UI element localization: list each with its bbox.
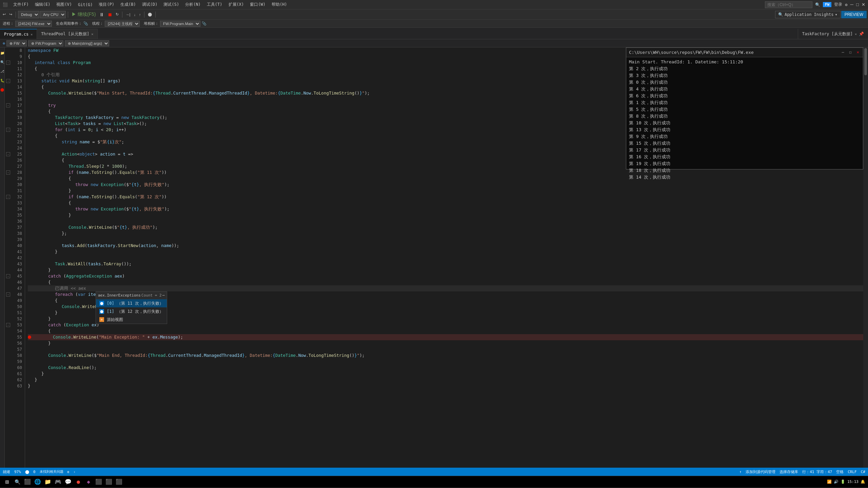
method-selector[interactable]: ⊕ Main(string[] args) — [65, 40, 109, 46]
code-area[interactable]: namespace FW { internal class Program { — [25, 47, 863, 468]
taskbar-app3-btn[interactable]: ⬛ — [115, 477, 123, 486]
menu-tools[interactable]: 工具(T) — [204, 1, 225, 8]
settings-icon[interactable]: ⚙ — [845, 2, 847, 7]
fold-13[interactable]: - — [6, 79, 10, 83]
editor-container: 📁 🔍 ⎇ 🐛 ⬤ - - — [0, 47, 868, 468]
console-minimize-btn[interactable]: ─ — [841, 50, 845, 55]
taskbar-taskview-btn[interactable]: ⬛ — [23, 477, 32, 486]
maximize-btn[interactable]: □ — [856, 2, 859, 7]
menu-help[interactable]: 帮助(H) — [269, 1, 290, 8]
taskbar-app1-btn[interactable]: ⬛ — [94, 477, 103, 486]
console-line-12: 第 15 次，执行成功 — [629, 140, 860, 147]
code-line-38: }; — [28, 230, 863, 237]
editor-scrollbar[interactable] — [863, 47, 868, 468]
frame-dropdown[interactable]: FW.Program.Main — [160, 21, 200, 27]
nav-icon-3: ⎇ — [0, 69, 4, 73]
taskbar-wechat-btn[interactable]: 💬 — [64, 477, 73, 486]
tab-threadpool[interactable]: ThreadPool [从元数据] ✕ — [37, 29, 98, 39]
taskbar: ⊞ 🔍 ⬛ 🌐 📁 🎮 💬 ● ◆ ⬛ ⬛ ⬛ 📶 🔊 🔋 15:13 🔔 — [0, 476, 868, 487]
class-selector[interactable]: ⊕ FW.Program — [28, 40, 63, 46]
tab-threadpool-close[interactable]: ✕ — [91, 32, 93, 36]
step-into-btn[interactable]: ↓ — [132, 11, 137, 19]
stop-btn[interactable]: ⏹ — [106, 11, 114, 19]
is-icon-0: ⬤ — [99, 301, 104, 306]
sep4 — [144, 12, 144, 18]
code-line-56: } — [28, 340, 863, 346]
fold-45[interactable]: - — [6, 274, 10, 278]
taskbar-search-btn[interactable]: 🔍 — [13, 477, 22, 486]
application-insights-btn[interactable]: 🔍 Application Insights ▾ — [775, 11, 841, 18]
minimize-btn[interactable]: ─ — [850, 2, 853, 7]
tab-taskfactory-pin[interactable]: 📌 — [859, 32, 864, 36]
tab-taskfactory-close[interactable]: ✕ — [855, 32, 857, 36]
fold-28[interactable]: - — [6, 170, 10, 175]
menu-test[interactable]: 测试(S) — [161, 1, 182, 8]
close-btn[interactable]: ✕ — [862, 2, 865, 7]
menu-git[interactable]: Git(G) — [75, 2, 95, 8]
undo-btn[interactable]: ↩ — [1, 11, 7, 19]
code-line-47: 已调用 << aex aex.InnerExceptions Count = 2… — [28, 285, 863, 291]
taskbar-start-btn[interactable]: ⊞ — [3, 477, 12, 486]
menu-extensions[interactable]: 扩展(X) — [226, 1, 247, 8]
taskbar-chrome-btn[interactable]: ● — [74, 477, 83, 486]
console-line-0: Main Start. ThreadId: 1. Datetime: 15:11… — [629, 59, 860, 65]
editor-left-icon: ⊕ — [3, 41, 5, 46]
taskbar-explorer-btn[interactable]: 📁 — [43, 477, 52, 486]
step-out-btn[interactable]: ↑ — [138, 11, 142, 19]
fold-17[interactable]: - — [6, 103, 10, 107]
console-line-17: 第 14 次，执行成功 — [629, 174, 860, 181]
tab-program-cs[interactable]: Program.cs ✕ — [0, 29, 37, 39]
is-value-1: （第 12 次，执行失败） — [117, 308, 163, 314]
taskbar-notification-icon[interactable]: 🔔 — [861, 480, 865, 484]
step-over-btn[interactable]: →| — [124, 11, 132, 19]
console-maximize-btn[interactable]: □ — [848, 50, 853, 55]
intellisense-collapse[interactable]: ─ — [162, 292, 165, 299]
menu-build[interactable]: 生成(B) — [118, 1, 139, 8]
taskbar-steam-btn[interactable]: 🎮 — [54, 477, 62, 486]
menu-file[interactable]: 文件(F) — [11, 1, 32, 8]
fold-48[interactable]: - — [6, 292, 10, 297]
breakpoint-btn[interactable]: ⬤ — [146, 11, 153, 19]
code-line-55: Console.WriteLine("Main Exception: " + e… — [28, 334, 863, 340]
editor-tabs-row: ⊕ ⊕ FW ⊕ FW.Program ⊕ Main(string[] args… — [0, 39, 868, 47]
menu-analyze[interactable]: 分析(N) — [182, 1, 203, 8]
taskbar-edge-btn[interactable]: 🌐 — [33, 477, 42, 486]
taskbar-vs-btn[interactable]: ◆ — [84, 477, 93, 486]
search-input[interactable] — [765, 1, 812, 8]
console-close-btn[interactable]: ✕ — [855, 50, 860, 55]
process-bar: 进程： [24524] FW.exe 生命周期事件： 📎 线程： [25244]… — [0, 20, 868, 28]
process-dropdown[interactable]: [24524] FW.exe — [15, 21, 52, 27]
tab-taskfactory[interactable]: TaskFactory [从元数据] ✕ 📌 — [798, 29, 868, 39]
event-icon: 📎 — [83, 21, 88, 26]
fold-10[interactable]: - — [6, 61, 10, 65]
restart-btn[interactable]: ↻ — [114, 11, 120, 19]
fold-25[interactable]: - — [6, 152, 10, 156]
intellisense-item-1[interactable]: ⬤ [1] （第 12 次，执行失败） — [96, 307, 167, 316]
debug-mode-dropdown[interactable]: Debug — [18, 11, 39, 18]
menu-view[interactable]: 视图(V) — [54, 1, 75, 8]
menu-edit[interactable]: 编辑(E) — [32, 1, 53, 8]
menu-debug[interactable]: 调试(D) — [139, 1, 160, 8]
intellisense-footer[interactable]: ≡ 源始视图 — [96, 316, 167, 324]
menu-window[interactable]: 窗口(W) — [247, 1, 268, 8]
namespace-selector[interactable]: ⊕ FW — [6, 40, 27, 46]
taskbar-app2-btn[interactable]: ⬛ — [104, 477, 113, 486]
fold-21[interactable]: - — [6, 128, 10, 132]
intellisense-item-0[interactable]: ⬤ [0] （第 11 次，执行失败） — [96, 299, 167, 307]
run-btn[interactable]: ▶ 继续(F5) — [70, 11, 97, 19]
add-to-source[interactable]: 添加到源代码管理 — [746, 469, 775, 474]
fold-53[interactable]: - — [6, 323, 10, 327]
breakpoint-55[interactable] — [28, 336, 31, 339]
code-line-37: Console.WriteLine($"{t}, 执行成功"); — [28, 224, 863, 230]
redo-btn[interactable]: ↪ — [8, 11, 14, 19]
frame-icon: 📎 — [202, 21, 206, 26]
preview-btn[interactable]: PREVIEW — [841, 11, 867, 18]
tab-program-cs-close[interactable]: ✕ — [31, 33, 33, 36]
pause-btn[interactable]: ⏸ — [98, 11, 105, 19]
platform-dropdown[interactable]: Any CPU — [40, 11, 66, 18]
thread-dropdown[interactable]: [25244] 主线程 — [105, 21, 140, 27]
menu-project[interactable]: 项目(P) — [96, 1, 117, 8]
select-repo[interactable]: 选择存储库 — [780, 469, 798, 474]
fold-32[interactable]: - — [6, 195, 10, 199]
login-btn[interactable]: 登录 — [834, 2, 842, 7]
